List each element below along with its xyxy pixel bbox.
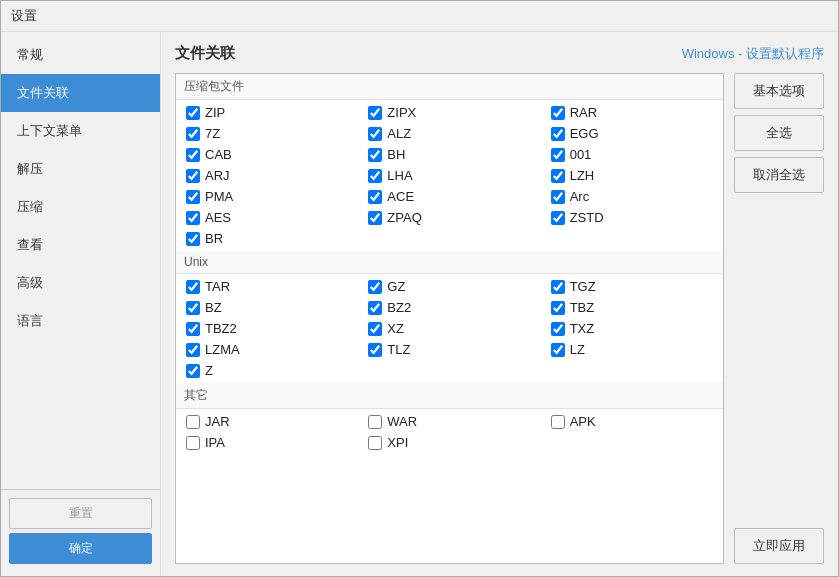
checkbox-item-lzma[interactable]: LZMA	[176, 339, 358, 360]
sidebar-item-general[interactable]: 常规	[1, 36, 160, 74]
deselect-all-button[interactable]: 取消全选	[734, 157, 824, 193]
checkbox-001[interactable]	[551, 148, 565, 162]
checkbox-jar[interactable]	[186, 415, 200, 429]
checkbox-item-ace[interactable]: ACE	[358, 186, 540, 207]
checkbox-ace[interactable]	[368, 190, 382, 204]
checkbox-tar[interactable]	[186, 280, 200, 294]
checkbox-item-cab[interactable]: CAB	[176, 144, 358, 165]
checkbox-arj[interactable]	[186, 169, 200, 183]
checkbox-item-001[interactable]: 001	[541, 144, 723, 165]
checkbox-item-alz[interactable]: ALZ	[358, 123, 540, 144]
checkbox-bz2[interactable]	[368, 301, 382, 315]
panel-title: 文件关联	[175, 44, 235, 63]
checkbox-label-tbz2: TBZ2	[205, 321, 237, 336]
sidebar-item-compress[interactable]: 压缩	[1, 188, 160, 226]
checkbox-tlz[interactable]	[368, 343, 382, 357]
checkbox-item-7z[interactable]: 7Z	[176, 123, 358, 144]
reset-button[interactable]: 重置	[9, 498, 152, 529]
checkbox-item-arj[interactable]: ARJ	[176, 165, 358, 186]
checkbox-bh[interactable]	[368, 148, 382, 162]
sidebar-item-advanced[interactable]: 高级	[1, 264, 160, 302]
checkbox-item-tlz[interactable]: TLZ	[358, 339, 540, 360]
checkbox-item-apk[interactable]: APK	[541, 411, 723, 432]
checkbox-item-arc[interactable]: Arc	[541, 186, 723, 207]
checkbox-item-bz2[interactable]: BZ2	[358, 297, 540, 318]
checkbox-z[interactable]	[186, 364, 200, 378]
checkbox-arc[interactable]	[551, 190, 565, 204]
checkbox-item-bh[interactable]: BH	[358, 144, 540, 165]
checkbox-item-txz[interactable]: TXZ	[541, 318, 723, 339]
checkbox-xz[interactable]	[368, 322, 382, 336]
checkbox-apk[interactable]	[551, 415, 565, 429]
checkbox-item-ipa[interactable]: IPA	[176, 432, 358, 453]
sidebar-item-extract[interactable]: 解压	[1, 150, 160, 188]
checkbox-item-z[interactable]: Z	[176, 360, 723, 381]
checkbox-zstd[interactable]	[551, 211, 565, 225]
checkbox-item-war[interactable]: WAR	[358, 411, 540, 432]
checkbox-item-aes[interactable]: AES	[176, 207, 358, 228]
checkbox-label-alz: ALZ	[387, 126, 411, 141]
sidebar-item-language[interactable]: 语言	[1, 302, 160, 340]
checkbox-item-zipx[interactable]: ZIPX	[358, 102, 540, 123]
checkbox-alz[interactable]	[368, 127, 382, 141]
confirm-button[interactable]: 确定	[9, 533, 152, 564]
checkbox-item-lz[interactable]: LZ	[541, 339, 723, 360]
file-list-box[interactable]: 压缩包文件ZIPZIPXRAR7ZALZEGGCABBH001ARJLHALZH…	[175, 73, 724, 564]
checkbox-label-war: WAR	[387, 414, 417, 429]
checkbox-lzh[interactable]	[551, 169, 565, 183]
checkbox-zpaq[interactable]	[368, 211, 382, 225]
checkbox-item-tbz2[interactable]: TBZ2	[176, 318, 358, 339]
checkbox-label-z: Z	[205, 363, 213, 378]
checkbox-txz[interactable]	[551, 322, 565, 336]
checkbox-item-egg[interactable]: EGG	[541, 123, 723, 144]
checkbox-item-br[interactable]: BR	[176, 228, 723, 249]
windows-default-link[interactable]: Windows - 设置默认程序	[682, 45, 824, 63]
checkbox-item-rar[interactable]: RAR	[541, 102, 723, 123]
sidebar-item-file-assoc[interactable]: 文件关联	[1, 74, 160, 112]
checkbox-lha[interactable]	[368, 169, 382, 183]
checkbox-label-jar: JAR	[205, 414, 230, 429]
checkbox-aes[interactable]	[186, 211, 200, 225]
checkbox-item-xz[interactable]: XZ	[358, 318, 540, 339]
checkbox-label-arj: ARJ	[205, 168, 230, 183]
sidebar-item-view[interactable]: 查看	[1, 226, 160, 264]
checkbox-item-zip[interactable]: ZIP	[176, 102, 358, 123]
checkbox-label-ace: ACE	[387, 189, 414, 204]
checkbox-item-lzh[interactable]: LZH	[541, 165, 723, 186]
checkbox-item-bz[interactable]: BZ	[176, 297, 358, 318]
checkbox-br[interactable]	[186, 232, 200, 246]
checkbox-egg[interactable]	[551, 127, 565, 141]
checkbox-item-tbz[interactable]: TBZ	[541, 297, 723, 318]
checkbox-pma[interactable]	[186, 190, 200, 204]
checkbox-item-tgz[interactable]: TGZ	[541, 276, 723, 297]
checkbox-rar[interactable]	[551, 106, 565, 120]
sidebar-item-context-menu[interactable]: 上下文菜单	[1, 112, 160, 150]
checkbox-item-xpi[interactable]: XPI	[358, 432, 540, 453]
checkbox-zip[interactable]	[186, 106, 200, 120]
checkbox-gz[interactable]	[368, 280, 382, 294]
checkbox-tbz[interactable]	[551, 301, 565, 315]
checkbox-item-zpaq[interactable]: ZPAQ	[358, 207, 540, 228]
checkbox-zipx[interactable]	[368, 106, 382, 120]
checkbox-item-gz[interactable]: GZ	[358, 276, 540, 297]
checkbox-item-zstd[interactable]: ZSTD	[541, 207, 723, 228]
checkbox-bz[interactable]	[186, 301, 200, 315]
checkbox-tgz[interactable]	[551, 280, 565, 294]
checkbox-ipa[interactable]	[186, 436, 200, 450]
sidebar: 常规文件关联上下文菜单解压压缩查看高级语言 重置 确定	[1, 32, 161, 576]
checkbox-lz[interactable]	[551, 343, 565, 357]
checkbox-item-lha[interactable]: LHA	[358, 165, 540, 186]
checkbox-item-jar[interactable]: JAR	[176, 411, 358, 432]
checkbox-item-tar[interactable]: TAR	[176, 276, 358, 297]
checkbox-xpi[interactable]	[368, 436, 382, 450]
checkbox-lzma[interactable]	[186, 343, 200, 357]
checkbox-label-aes: AES	[205, 210, 231, 225]
apply-button[interactable]: 立即应用	[734, 528, 824, 564]
checkbox-7z[interactable]	[186, 127, 200, 141]
checkbox-war[interactable]	[368, 415, 382, 429]
basic-options-button[interactable]: 基本选项	[734, 73, 824, 109]
checkbox-tbz2[interactable]	[186, 322, 200, 336]
select-all-button[interactable]: 全选	[734, 115, 824, 151]
checkbox-cab[interactable]	[186, 148, 200, 162]
checkbox-item-pma[interactable]: PMA	[176, 186, 358, 207]
